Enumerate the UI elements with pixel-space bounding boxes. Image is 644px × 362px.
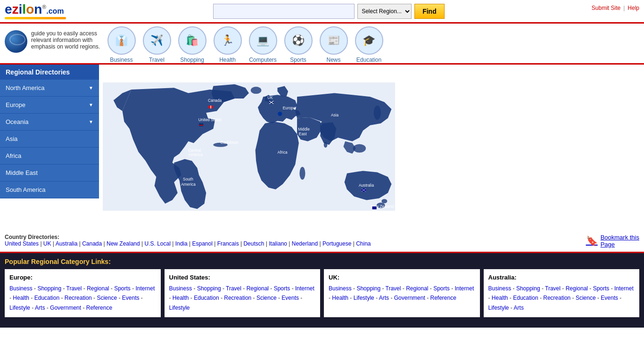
country-link-portuguese[interactable]: Portuguese: [322, 240, 351, 247]
cat-label-shopping: Shopping: [180, 57, 204, 63]
cat-label-education: Education: [356, 57, 381, 63]
country-link-u.s.-local[interactable]: U.S. Local: [144, 240, 170, 247]
help-link[interactable]: Help: [627, 5, 639, 11]
sidebar-item-africa[interactable]: Africa: [0, 148, 99, 165]
sidebar-item-north-america[interactable]: North America ▼: [0, 80, 99, 97]
pop-link-science[interactable]: Science: [97, 295, 117, 301]
pop-link-events[interactable]: Events: [122, 295, 140, 301]
sidebar-item-europe[interactable]: Europe ▼: [0, 97, 99, 114]
country-link-italiano[interactable]: Italiano: [269, 240, 287, 247]
logo-underline: [5, 17, 66, 19]
pop-link-travel[interactable]: Travel: [226, 285, 241, 292]
pop-link-internet[interactable]: Internet: [614, 285, 634, 292]
category-item-business[interactable]: 👔 Business: [104, 26, 139, 63]
submit-site-link[interactable]: Submit Site: [592, 5, 620, 11]
find-button[interactable]: Find: [414, 4, 445, 19]
pop-link-sports[interactable]: Sports: [433, 285, 450, 292]
region-box-uk-: UK:Business - Shopping - Travel - Region…: [324, 269, 480, 317]
pop-link-sports[interactable]: Sports: [114, 285, 131, 292]
search-input[interactable]: [213, 4, 355, 19]
sidebar-item-asia[interactable]: Asia: [0, 131, 99, 148]
pop-link-arts[interactable]: Arts: [35, 304, 45, 311]
pop-link-recreation[interactable]: Recreation: [224, 295, 251, 301]
pop-link-lifestyle[interactable]: Lifestyle: [9, 304, 30, 311]
pop-link-arts[interactable]: Arts: [514, 304, 524, 311]
region-box-links: Business - Shopping - Travel - Regional …: [488, 284, 635, 313]
link-sep: |: [351, 240, 356, 247]
pop-link-travel[interactable]: Travel: [66, 285, 82, 292]
country-link-australia[interactable]: Australia: [56, 240, 78, 247]
pop-link-regional[interactable]: Regional: [247, 285, 269, 292]
sidebar: Regional Directories North America ▼ Eur…: [0, 65, 99, 230]
pop-link-education[interactable]: Education: [513, 295, 538, 301]
bookmark-box[interactable]: 🔖 Bookmark thisPage: [586, 234, 639, 248]
pop-link-internet[interactable]: Internet: [295, 285, 314, 292]
pop-link-recreation[interactable]: Recreation: [65, 295, 92, 301]
country-link-deutsch[interactable]: Deutsch: [243, 240, 264, 247]
pop-link-shopping[interactable]: Shopping: [197, 285, 221, 292]
category-item-travel[interactable]: ✈️ Travel: [139, 26, 174, 63]
category-item-shopping[interactable]: 🛍️ Shopping: [174, 26, 210, 63]
sidebar-item-label-middle-east: Middle East: [6, 169, 38, 176]
category-item-sports[interactable]: ⚽ Sports: [281, 26, 316, 63]
country-link-francais[interactable]: Francais: [217, 240, 239, 247]
country-link-india[interactable]: India: [175, 240, 188, 247]
category-item-education[interactable]: 🎓 Education: [351, 26, 387, 63]
pop-link-events[interactable]: Events: [281, 295, 299, 301]
pop-link-shopping[interactable]: Shopping: [516, 285, 540, 292]
pop-link-business[interactable]: Business: [9, 285, 33, 292]
country-link-canada[interactable]: Canada: [82, 240, 102, 247]
pop-link-education[interactable]: Education: [194, 295, 219, 301]
pop-link-regional[interactable]: Regional: [406, 285, 428, 292]
country-link-uk[interactable]: UK: [43, 240, 51, 247]
country-link-china[interactable]: China: [356, 240, 371, 247]
category-item-computers[interactable]: 💻 Computers: [245, 26, 281, 63]
pop-link-health[interactable]: Health: [173, 295, 189, 301]
pop-link-science[interactable]: Science: [256, 295, 277, 301]
pop-link-internet[interactable]: Internet: [455, 285, 474, 292]
pop-link-shopping[interactable]: Shopping: [37, 285, 61, 292]
sidebar-item-middle-east[interactable]: Middle East: [0, 165, 99, 181]
category-item-news[interactable]: 📰 News: [316, 26, 351, 63]
pop-link-travel[interactable]: Travel: [386, 285, 401, 292]
pop-link-arts[interactable]: Arts: [379, 295, 389, 301]
country-link-nederland[interactable]: Nederland: [292, 240, 318, 247]
pop-link-lifestyle[interactable]: Lifestyle: [488, 304, 509, 311]
pop-link-internet[interactable]: Internet: [136, 285, 155, 292]
country-link-new-zealand[interactable]: New Zealand: [107, 240, 140, 247]
country-link-espanol[interactable]: Espanol: [192, 240, 212, 247]
link-sep: |: [287, 240, 292, 247]
pop-link-business[interactable]: Business: [329, 285, 352, 292]
pop-link-education[interactable]: Education: [34, 295, 59, 301]
pop-link-science[interactable]: Science: [576, 295, 596, 301]
pop-link-reference[interactable]: Reference: [86, 304, 112, 311]
world-map[interactable]: Canada United States Caribbean Central A…: [103, 66, 395, 227]
region-select[interactable]: Select Region... North America Europe As…: [357, 4, 412, 19]
country-link-united-states[interactable]: United States: [5, 240, 39, 247]
pop-link-health[interactable]: Health: [332, 295, 348, 301]
logo[interactable]: ezilon®.com: [5, 3, 66, 16]
pop-link-business[interactable]: Business: [169, 285, 192, 292]
pop-link-regional[interactable]: Regional: [87, 285, 109, 292]
category-item-health[interactable]: 🏃 Health: [210, 26, 245, 63]
pop-link-lifestyle[interactable]: Lifestyle: [169, 304, 190, 311]
pop-link-lifestyle[interactable]: Lifestyle: [354, 295, 374, 301]
pop-link-regional[interactable]: Regional: [566, 285, 588, 292]
pop-link-business[interactable]: Business: [488, 285, 512, 292]
pop-link-shopping[interactable]: Shopping: [356, 285, 380, 292]
pop-link-travel[interactable]: Travel: [545, 285, 561, 292]
expand-arrow-north-america: ▼: [89, 85, 93, 90]
pop-link-health[interactable]: Health: [492, 295, 508, 301]
pop-link-government[interactable]: Government: [394, 295, 425, 301]
pop-link-recreation[interactable]: Recreation: [543, 295, 570, 301]
pop-link-sports[interactable]: Sports: [593, 285, 610, 292]
pop-link-reference[interactable]: Reference: [430, 295, 456, 301]
link-sep: |: [140, 240, 145, 247]
pop-link-sports[interactable]: Sports: [274, 285, 290, 292]
sidebar-item-oceania[interactable]: Oceania ▼: [0, 114, 99, 131]
pop-link-government[interactable]: Government: [50, 304, 81, 311]
sidebar-item-south-america[interactable]: South America: [0, 181, 99, 198]
pop-link-events[interactable]: Events: [601, 295, 618, 301]
pop-link-health[interactable]: Health: [13, 295, 29, 301]
sidebar-item-label-asia: Asia: [6, 135, 17, 142]
